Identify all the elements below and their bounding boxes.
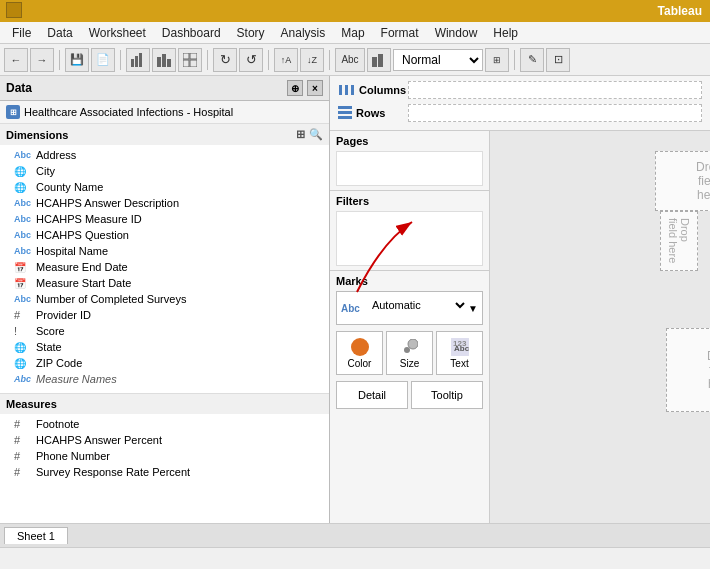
field-state[interactable]: 🌐 State — [0, 339, 329, 355]
field-hcahps-answer-pct-label: HCAHPS Answer Percent — [36, 434, 162, 446]
marks-row-buttons: Detail Tooltip — [336, 381, 483, 409]
menu-format[interactable]: Format — [373, 24, 427, 42]
menu-dashboard[interactable]: Dashboard — [154, 24, 229, 42]
field-measure-names-label: Measure Names — [36, 373, 117, 385]
menu-map[interactable]: Map — [333, 24, 372, 42]
dropdown-arrow-icon: ▼ — [468, 303, 478, 314]
top-drop-field[interactable]: Drop field here — [655, 151, 710, 211]
marks-title: Marks — [336, 275, 483, 287]
crop-button[interactable]: ⊡ — [546, 48, 570, 72]
menu-story[interactable]: Story — [229, 24, 273, 42]
marks-dropdown[interactable]: Automatic — [364, 294, 468, 316]
forward-button[interactable]: → — [30, 48, 54, 72]
undo-button[interactable]: ↻ — [213, 48, 237, 72]
hash-icon-2: ! — [14, 325, 32, 337]
sort-desc-button[interactable]: ↓Z — [300, 48, 324, 72]
columns-label: Columns — [338, 84, 408, 96]
bar-chart-button[interactable] — [152, 48, 176, 72]
center-drop-field[interactable]: Drop field here — [666, 328, 710, 412]
menu-data[interactable]: Data — [39, 24, 80, 42]
pages-drop-zone[interactable] — [336, 151, 483, 186]
field-provider-id[interactable]: # Provider ID — [0, 307, 329, 323]
detail-button[interactable]: Detail — [336, 381, 408, 409]
worksheet-tab[interactable]: Sheet 1 — [4, 527, 68, 544]
field-survey-response-rate[interactable]: # Survey Response Rate Percent — [0, 464, 329, 480]
measures-section: Measures # Footnote # HCAHPS Answer Perc… — [0, 393, 329, 482]
field-hcahps-measure-id[interactable]: Abc HCAHPS Measure ID — [0, 211, 329, 227]
canvas-drop-area[interactable]: Drop field here Dropfield here Drop fiel… — [490, 131, 710, 569]
field-address[interactable]: Abc Address — [0, 147, 329, 163]
field-list-scroll[interactable]: Dimensions ⊞ 🔍 Abc Address 🌐 City � — [0, 124, 329, 569]
chart-button[interactable] — [126, 48, 150, 72]
field-num-completed-label: Number of Completed Surveys — [36, 293, 186, 305]
label-button[interactable]: Abc — [335, 48, 365, 72]
field-hcahps-answer-desc[interactable]: Abc HCAHPS Answer Description — [0, 195, 329, 211]
menu-analysis[interactable]: Analysis — [273, 24, 334, 42]
size-mark-button[interactable]: Size — [386, 331, 433, 375]
canvas-area: Pages Filters — [330, 131, 710, 569]
pencil-button[interactable]: ✎ — [520, 48, 544, 72]
field-score[interactable]: ! Score — [0, 323, 329, 339]
sort-asc-button[interactable]: ↑A — [274, 48, 298, 72]
svg-rect-12 — [338, 106, 352, 109]
filters-drop-zone[interactable] — [336, 211, 483, 266]
title-bar: Tableau — [0, 0, 710, 22]
datasource-item[interactable]: ⊞ Healthcare Associated Infections - Hos… — [0, 101, 329, 124]
redo-button[interactable]: ↺ — [239, 48, 263, 72]
field-measure-names[interactable]: Abc Measure Names — [0, 371, 329, 387]
back-button[interactable]: ← — [4, 48, 28, 72]
svg-rect-3 — [157, 57, 161, 67]
field-score-label: Score — [36, 325, 65, 337]
field-county-label: County Name — [36, 181, 103, 193]
field-zip-code[interactable]: 🌐 ZIP Code — [0, 355, 329, 371]
field-type-abc-3: Abc — [14, 214, 32, 224]
side-drop-field[interactable]: Dropfield here — [660, 211, 698, 271]
field-measure-end-label: Measure End Date — [36, 261, 128, 273]
text-mark-button[interactable]: Abc 123 Text — [436, 331, 483, 375]
viz-type-button[interactable] — [367, 48, 391, 72]
tooltip-button[interactable]: Tooltip — [411, 381, 483, 409]
svg-rect-10 — [372, 57, 377, 67]
field-hcahps-answer-pct[interactable]: # HCAHPS Answer Percent — [0, 432, 329, 448]
field-city[interactable]: 🌐 City — [0, 163, 329, 179]
svg-rect-13 — [338, 111, 352, 114]
field-measure-start-date[interactable]: 📅 Measure Start Date — [0, 275, 329, 291]
separator-3 — [207, 50, 208, 70]
hash-icon-4: # — [14, 434, 32, 446]
field-zip-label: ZIP Code — [36, 357, 82, 369]
data-panel-title: Data — [6, 81, 32, 95]
save-button[interactable]: 💾 — [65, 48, 89, 72]
field-num-completed[interactable]: Abc Number of Completed Surveys — [0, 291, 329, 307]
panel-search-button[interactable]: ⊕ — [287, 80, 303, 96]
marks-abc-icon: Abc — [341, 303, 360, 314]
menu-bar: File Data Worksheet Dashboard Story Anal… — [0, 22, 710, 44]
menu-help[interactable]: Help — [485, 24, 526, 42]
separator-2 — [120, 50, 121, 70]
svg-rect-14 — [338, 116, 352, 119]
rows-shelf: Rows — [338, 103, 702, 123]
panel-close-button[interactable]: × — [307, 80, 323, 96]
text-label: Text — [450, 358, 468, 369]
view-type-dropdown[interactable]: Normal — [393, 49, 483, 71]
menu-file[interactable]: File — [4, 24, 39, 42]
field-footnote[interactable]: # Footnote — [0, 416, 329, 432]
color-mark-button[interactable]: Color — [336, 331, 383, 375]
field-phone-number[interactable]: # Phone Number — [0, 448, 329, 464]
menu-window[interactable]: Window — [427, 24, 486, 42]
new-button[interactable]: 📄 — [91, 48, 115, 72]
field-hcahps-question[interactable]: Abc HCAHPS Question — [0, 227, 329, 243]
field-hospital-name[interactable]: Abc Hospital Name — [0, 243, 329, 259]
field-measure-end-date[interactable]: 📅 Measure End Date — [0, 259, 329, 275]
field-county-name[interactable]: 🌐 County Name — [0, 179, 329, 195]
measures-label: Measures — [6, 398, 57, 410]
globe-icon-2: 🌐 — [14, 182, 32, 193]
detail-label: Detail — [358, 389, 386, 401]
globe-icon: 🌐 — [14, 166, 32, 177]
columns-drop-zone[interactable] — [408, 81, 702, 99]
rows-drop-zone[interactable] — [408, 104, 702, 122]
table-button[interactable] — [178, 48, 202, 72]
dimensions-sort-icon[interactable]: ⊞ — [296, 128, 305, 141]
menu-worksheet[interactable]: Worksheet — [81, 24, 154, 42]
fit-button[interactable]: ⊞ — [485, 48, 509, 72]
dimensions-search-icon[interactable]: 🔍 — [309, 128, 323, 141]
